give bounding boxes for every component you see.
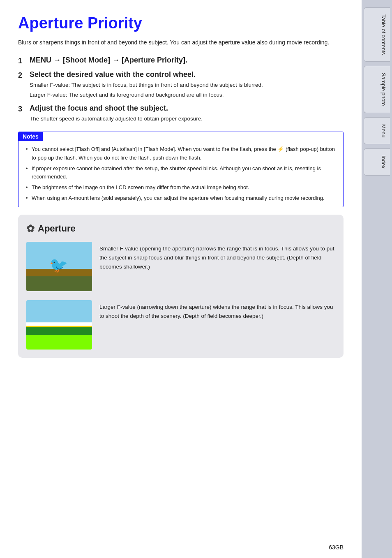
aperture-icon: ✿ xyxy=(26,223,35,234)
step-2-detail-2: Larger F-value: The subject and its fore… xyxy=(30,90,263,100)
aperture-section-title: ✿ Aperture xyxy=(26,223,335,234)
aperture-img-landscape xyxy=(26,300,92,350)
aperture-row-2: Larger F-value (narrowing down the apert… xyxy=(26,300,335,350)
step-1-content: MENU → [Shoot Mode] → [Aperture Priority… xyxy=(30,56,187,66)
aperture-text-1: Smaller F-value (opening the aperture) n… xyxy=(99,242,335,272)
aperture-img-bird xyxy=(26,242,92,291)
notes-list: You cannot select [Flash Off] and [Autof… xyxy=(18,141,343,207)
step-3-heading: Adjust the focus and shoot the subject. xyxy=(30,104,203,113)
notes-header: Notes xyxy=(18,132,43,141)
step-2-content: Select the desired value with the contro… xyxy=(30,70,263,100)
aperture-text-2: Larger F-value (narrowing down the apert… xyxy=(99,300,335,321)
sidebar-tab-index[interactable]: Index xyxy=(364,148,390,176)
landscape-image xyxy=(26,300,92,350)
step-2-detail-1: Smaller F-value: The subject is in focus… xyxy=(30,81,263,90)
note-1: You cannot select [Flash Off] and [Autof… xyxy=(26,145,338,162)
sidebar-tab-sample[interactable]: Sample photo xyxy=(364,66,390,113)
notes-box: Notes You cannot select [Flash Off] and … xyxy=(18,132,344,207)
page-number: 63GB xyxy=(329,544,344,551)
bird-image xyxy=(26,242,92,291)
step-1: 1 MENU → [Shoot Mode] → [Aperture Priori… xyxy=(18,56,344,66)
intro-text: Blurs or sharpens things in front of and… xyxy=(18,38,344,47)
sidebar: Table of contents Sample photo Menu Inde… xyxy=(362,0,392,558)
aperture-row-1: Smaller F-value (opening the aperture) n… xyxy=(26,242,335,291)
step-2: 2 Select the desired value with the cont… xyxy=(18,70,344,100)
aperture-section: ✿ Aperture Smaller F-value (opening the … xyxy=(18,215,344,358)
step-2-num: 2 xyxy=(18,70,30,80)
step-3-detail-1: The shutter speed is automatically adjus… xyxy=(30,114,203,123)
aperture-title-text: Aperture xyxy=(38,223,76,234)
step-2-heading: Select the desired value with the contro… xyxy=(30,70,263,79)
step-1-num: 1 xyxy=(18,56,30,65)
page-title: Aperture Priority xyxy=(18,15,344,32)
step-3: 3 Adjust the focus and shoot the subject… xyxy=(18,104,344,124)
sidebar-tab-menu[interactable]: Menu xyxy=(364,117,390,145)
sidebar-tab-toc[interactable]: Table of contents xyxy=(364,7,390,62)
step-3-num: 3 xyxy=(18,104,30,113)
page-wrapper: Aperture Priority Blurs or sharpens thin… xyxy=(0,0,392,558)
note-2: If proper exposure cannot be obtained af… xyxy=(26,164,338,182)
step-1-heading: MENU → [Shoot Mode] → [Aperture Priority… xyxy=(30,56,187,65)
note-3: The brightness of the image on the LCD s… xyxy=(26,183,338,192)
note-4: When using an A-mount lens (sold separat… xyxy=(26,194,338,203)
step-3-content: Adjust the focus and shoot the subject. … xyxy=(30,104,203,124)
main-content: Aperture Priority Blurs or sharpens thin… xyxy=(0,0,362,558)
